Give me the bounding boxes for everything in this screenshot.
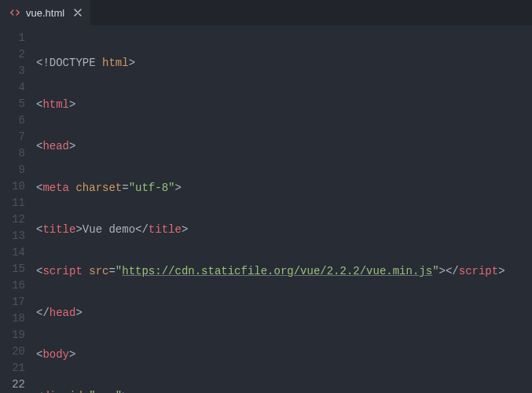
- line-number: 11: [0, 195, 25, 211]
- punct: >: [75, 223, 82, 236]
- punct: >: [69, 140, 75, 152]
- code-line[interactable]: <body>: [36, 347, 532, 363]
- punct: >: [122, 390, 128, 393]
- code-line[interactable]: </head>: [36, 305, 532, 321]
- code-area[interactable]: <!DOCTYPE html> <html> <head> <meta char…: [36, 30, 532, 393]
- code-file-icon: [9, 7, 20, 18]
- punct: <!: [36, 57, 50, 69]
- punct: >: [439, 265, 446, 277]
- line-number: 17: [0, 294, 25, 310]
- punct: =: [108, 265, 115, 277]
- line-number: 22: [0, 376, 25, 393]
- code-line[interactable]: <script src="https://cdn.staticfile.org/…: [36, 263, 532, 280]
- tab-filename: vue.html: [26, 7, 64, 19]
- tab-bar: vue.html: [0, 0, 532, 25]
- space: [63, 390, 69, 393]
- space: [83, 265, 89, 277]
- punct: =: [83, 390, 89, 393]
- line-number: 20: [0, 343, 25, 360]
- file-tab[interactable]: vue.html: [0, 0, 90, 25]
- attr: charset: [75, 182, 122, 194]
- punct: </: [135, 223, 149, 236]
- punct: >: [498, 265, 504, 277]
- line-number: 3: [0, 63, 25, 79]
- attr: id: [69, 390, 83, 393]
- punct: >: [75, 307, 82, 319]
- code-line[interactable]: <meta charset="utf-8">: [36, 180, 532, 196]
- line-number: 16: [0, 277, 25, 294]
- punct: >: [174, 182, 181, 194]
- tag: title: [149, 223, 182, 236]
- code-line[interactable]: <!DOCTYPE html>: [36, 55, 532, 72]
- punct: >: [69, 98, 75, 111]
- punct: >: [129, 57, 135, 69]
- line-number: 5: [0, 96, 25, 112]
- line-number: 2: [0, 46, 25, 63]
- tag: script: [42, 265, 82, 277]
- line-number: 14: [0, 244, 25, 261]
- line-number-gutter: 1 2 3 4 5 6 7 8 9 10 11 12 13 14 15 16 1…: [0, 30, 36, 393]
- code-line[interactable]: <div id="app">: [36, 388, 532, 393]
- line-number: 4: [0, 79, 25, 96]
- string: ": [116, 265, 122, 277]
- space: [96, 57, 102, 69]
- line-number: 9: [0, 162, 25, 178]
- line-number: 18: [0, 310, 25, 327]
- punct: =: [122, 182, 128, 194]
- editor[interactable]: 1 2 3 4 5 6 7 8 9 10 11 12 13 14 15 16 1…: [0, 25, 532, 393]
- doctype-keyword: DOCTYPE: [50, 57, 96, 69]
- line-number: 21: [0, 360, 25, 376]
- code-line[interactable]: <title>Vue demo</title>: [36, 222, 532, 238]
- url: https://cdn.staticfile.org/vue/2.2.2/vue…: [122, 265, 432, 277]
- tag: body: [42, 348, 69, 361]
- tag: title: [42, 223, 75, 236]
- code-line[interactable]: <html>: [36, 97, 532, 113]
- tag: script: [459, 265, 498, 277]
- code-line[interactable]: <head>: [36, 138, 532, 155]
- line-number: 19: [0, 327, 25, 343]
- line-number: 8: [0, 145, 25, 162]
- line-number: 7: [0, 129, 25, 145]
- line-number: 15: [0, 261, 25, 277]
- line-number: 12: [0, 211, 25, 228]
- close-icon[interactable]: [73, 8, 83, 17]
- attr: html: [102, 57, 129, 69]
- text: Vue demo: [83, 223, 135, 236]
- line-number: 1: [0, 30, 25, 46]
- punct: </: [36, 307, 50, 319]
- punct: >: [69, 348, 75, 361]
- punct: >: [182, 223, 188, 236]
- line-number: 13: [0, 228, 25, 244]
- tag: meta: [42, 182, 69, 194]
- attr: src: [89, 265, 108, 277]
- string: ": [432, 265, 438, 277]
- tag: div: [42, 390, 62, 393]
- string: "app": [89, 390, 122, 393]
- line-number: 10: [0, 178, 25, 195]
- punct: </: [446, 265, 459, 277]
- tag: head: [42, 140, 69, 152]
- string: "utf-8": [129, 182, 175, 194]
- tag: html: [42, 98, 69, 111]
- tag: head: [50, 307, 76, 319]
- line-number: 6: [0, 112, 25, 129]
